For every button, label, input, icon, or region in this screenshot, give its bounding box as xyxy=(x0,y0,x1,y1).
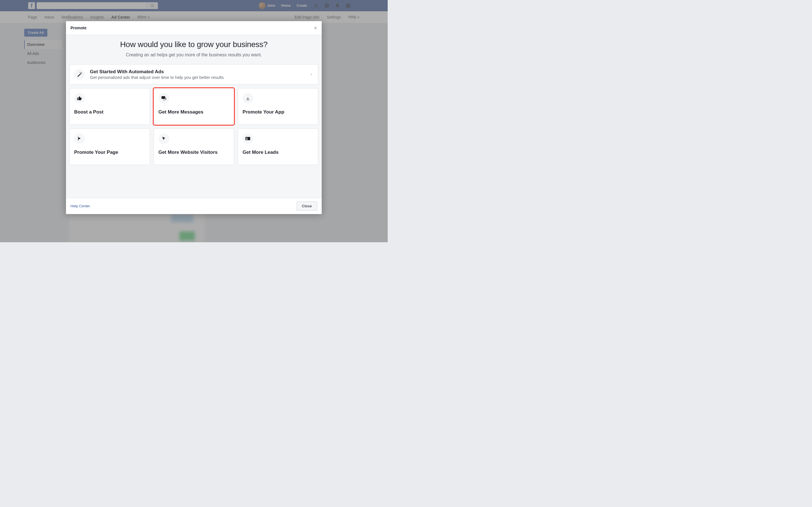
card-automated-ads[interactable]: Get Started With Automated Ads Get perso… xyxy=(69,64,318,84)
messages-icon xyxy=(158,93,169,104)
flag-icon xyxy=(74,133,85,144)
card-title: Get More Website Visitors xyxy=(158,150,230,155)
modal-subhead: Creating an ad helps get you more of the… xyxy=(69,52,318,57)
close-button[interactable]: Close xyxy=(297,202,317,211)
modal-title: Promote xyxy=(70,25,87,30)
card-title: Boost a Post xyxy=(74,109,145,115)
modal-footer: Help Center Close xyxy=(66,198,322,214)
automated-title: Get Started With Automated Ads xyxy=(90,69,304,75)
modal-headline: How would you like to grow your business… xyxy=(69,40,318,49)
card-boost-post[interactable]: Boost a Post xyxy=(69,88,150,125)
card-title: Get More Messages xyxy=(158,109,230,115)
card-title: Promote Your App xyxy=(243,109,313,115)
id-card-icon xyxy=(243,133,253,144)
card-title: Get More Leads xyxy=(243,150,313,155)
card-get-messages[interactable]: Get More Messages xyxy=(154,88,234,125)
download-icon xyxy=(243,93,253,104)
chevron-right-icon xyxy=(309,72,313,76)
wand-icon xyxy=(74,69,85,80)
modal-body: How would you like to grow your business… xyxy=(66,35,322,198)
close-icon[interactable]: × xyxy=(314,25,317,31)
card-promote-app[interactable]: Promote Your App xyxy=(238,88,318,125)
automated-desc: Get personalized ads that adjust over ti… xyxy=(90,75,304,80)
help-center-link[interactable]: Help Center xyxy=(70,204,90,208)
card-website-visitors[interactable]: Get More Website Visitors xyxy=(154,128,234,165)
thumbs-up-icon xyxy=(74,93,85,104)
cursor-icon xyxy=(158,133,169,144)
promote-modal: Promote × How would you like to grow you… xyxy=(66,21,322,214)
card-promote-page[interactable]: Promote Your Page xyxy=(69,128,150,165)
card-title: Promote Your Page xyxy=(74,150,145,155)
card-get-leads[interactable]: Get More Leads xyxy=(238,128,318,165)
modal-header: Promote × xyxy=(66,21,322,35)
